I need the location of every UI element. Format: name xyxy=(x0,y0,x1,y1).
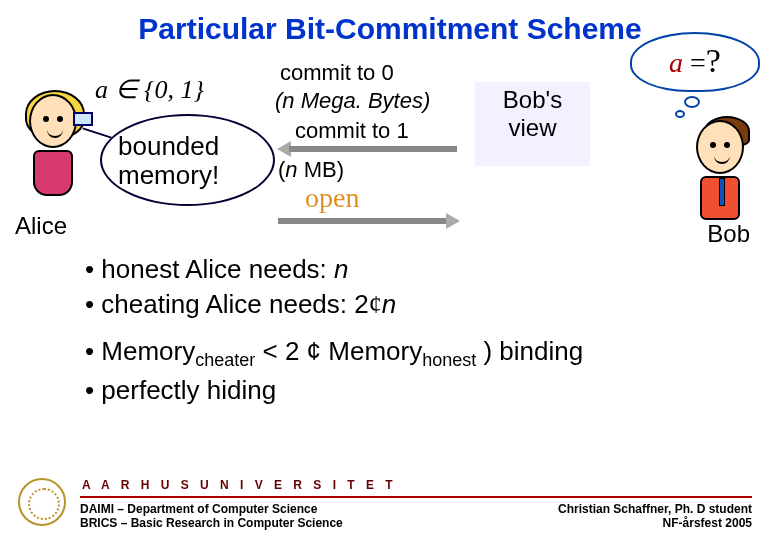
bullet-3-pre: • Memory xyxy=(85,336,195,366)
bullet-2: • cheating Alice needs: 2¢n xyxy=(85,287,583,322)
alice-label: Alice xyxy=(15,212,67,240)
bullet-1-n: n xyxy=(334,254,348,284)
thought-var: a xyxy=(669,47,683,78)
footer: A A R H U S U N I V E R S I T E T DAIMI … xyxy=(0,472,780,540)
main-area: a ∈ {0, 1} commit to 0 (n Mega. Bytes) B… xyxy=(0,52,780,462)
face-icon xyxy=(696,120,744,174)
bullet-2-pre: • cheating Alice needs: 2 xyxy=(85,289,369,319)
bounded-memory-label: bounded memory! xyxy=(118,132,258,189)
size-0-text: (n Mega. Bytes) xyxy=(275,88,430,113)
alice-figure xyxy=(18,94,88,204)
mouth-icon xyxy=(714,156,730,164)
thought-bubble: a =? xyxy=(630,32,760,92)
bounded-line1: bounded xyxy=(118,132,258,161)
formula-a: a ∈ {0, 1} xyxy=(95,74,204,105)
size-1-n: n xyxy=(285,157,297,182)
tag-icon xyxy=(73,112,93,126)
formula-a-text: a ∈ {0, 1} xyxy=(95,75,204,104)
thought-bubble-dot-icon xyxy=(675,110,685,118)
body-icon xyxy=(700,176,740,220)
spacer xyxy=(85,322,583,334)
open-label: open xyxy=(305,182,359,214)
footer-left-2: BRICS – Basic Research in Computer Scien… xyxy=(80,516,343,530)
bounded-line2: memory! xyxy=(118,161,258,190)
face-icon xyxy=(29,94,77,148)
bullet-4: • perfectly hiding xyxy=(85,373,583,408)
commit-to-1-label: commit to 1 xyxy=(295,118,409,144)
bobs-view-box: Bob's view xyxy=(475,82,590,166)
tie-icon xyxy=(719,178,725,206)
bullet-3-post: ) binding xyxy=(476,336,583,366)
footer-row: DAIMI – Department of Computer Science B… xyxy=(80,502,752,530)
thought-eq: = xyxy=(683,47,706,78)
university-name: A A R H U S U N I V E R S I T E T xyxy=(82,478,752,492)
arrow-right-icon xyxy=(278,220,458,222)
bullet-2-n: n xyxy=(382,289,396,319)
size-0-label: (n Mega. Bytes) xyxy=(275,88,430,114)
thought-bubble-dot-icon xyxy=(684,96,700,108)
bob-label: Bob xyxy=(707,220,750,248)
eye-icon xyxy=(710,142,716,148)
cent-icon: ¢ xyxy=(369,290,382,319)
eye-icon xyxy=(43,116,49,122)
bobs-view-line1: Bob's xyxy=(503,86,562,113)
footer-right-1: Christian Schaffner, Ph. D student xyxy=(558,502,752,516)
eye-icon xyxy=(724,142,730,148)
bullet-3-sub1: cheater xyxy=(195,350,255,370)
size-1-suffix: MB) xyxy=(298,157,344,182)
bullet-1: • honest Alice needs: n xyxy=(85,252,583,287)
bobs-view-line2: view xyxy=(475,114,590,142)
bullet-3-sub2: honest xyxy=(422,350,476,370)
bob-figure xyxy=(685,120,755,220)
question-mark-icon: ? xyxy=(706,42,721,79)
body-icon xyxy=(33,150,73,196)
bullet-3: • Memorycheater < 2 ¢ Memoryhonest ) bin… xyxy=(85,334,583,372)
mouth-icon xyxy=(47,130,63,138)
bullet-list: • honest Alice needs: n • cheating Alice… xyxy=(85,252,583,408)
footer-left-1: DAIMI – Department of Computer Science xyxy=(80,502,343,516)
bullet-1-pre: • honest Alice needs: xyxy=(85,254,334,284)
footer-left: DAIMI – Department of Computer Science B… xyxy=(80,502,343,530)
bullet-3-mid: < 2 ¢ Memory xyxy=(255,336,422,366)
arrow-left-icon xyxy=(277,148,457,150)
size-1-label: (n MB) xyxy=(278,157,344,183)
footer-right-2: NF-årsfest 2005 xyxy=(558,516,752,530)
commit-to-0-label: commit to 0 xyxy=(280,60,394,86)
divider xyxy=(80,496,752,498)
footer-right: Christian Schaffner, Ph. D student NF-år… xyxy=(558,502,752,530)
eye-icon xyxy=(57,116,63,122)
